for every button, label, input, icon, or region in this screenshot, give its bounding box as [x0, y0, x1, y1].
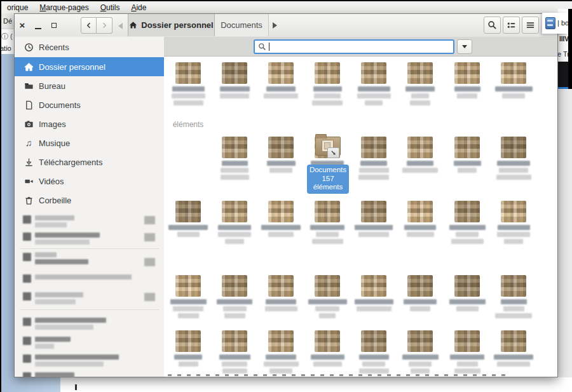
- search-options-dropdown[interactable]: [457, 39, 472, 54]
- menu-historique[interactable]: orique: [1, 3, 34, 12]
- list-view-icon: [507, 20, 516, 30]
- folder-icon: [454, 275, 480, 297]
- eject-button[interactable]: [144, 216, 155, 224]
- sidebar-item-redacted[interactable]: [15, 215, 164, 231]
- redacted-icon: [23, 318, 31, 326]
- download-icon: [24, 157, 34, 167]
- folder-icon: [407, 201, 433, 222]
- sidebar-item-musique[interactable]: ♫ Musique: [15, 133, 164, 152]
- sidebar-item-redacted[interactable]: [15, 336, 164, 353]
- url-fragment: atio: [0, 44, 11, 52]
- folder-icon: [454, 330, 480, 352]
- view-list-button[interactable]: [503, 17, 520, 34]
- folder-icon: [222, 275, 247, 297]
- sidebar-item-documents[interactable]: Documents: [15, 95, 164, 114]
- sidebar-item-dossier-personnel[interactable]: Dossier personnel: [15, 57, 164, 76]
- eject-button[interactable]: [144, 293, 155, 301]
- folder-icon: [268, 137, 294, 158]
- redacted-icon: [23, 215, 31, 224]
- forward-button[interactable]: [97, 17, 112, 34]
- folder-icon: [361, 275, 386, 297]
- redacted-icon: [23, 337, 31, 345]
- chevron-left-icon: [85, 22, 93, 29]
- sidebar-item-redacted[interactable]: [15, 292, 164, 308]
- redacted-icon: [23, 292, 31, 301]
- maximize-button[interactable]: [51, 23, 57, 28]
- folder-icon: [501, 330, 526, 352]
- sidebar-item-redacted[interactable]: [15, 274, 164, 290]
- folder-icon: [222, 201, 247, 222]
- menu-aide[interactable]: Aide: [125, 3, 152, 12]
- clock-icon: [24, 42, 34, 52]
- sidebar-item-redacted[interactable]: [15, 354, 164, 370]
- chevron-right-icon: [100, 22, 108, 29]
- folder-icon: [175, 201, 201, 222]
- sidebar-item-redacted[interactable]: [15, 317, 164, 334]
- tab-scroll-right-button[interactable]: [273, 22, 277, 29]
- sidebar-label: Images: [39, 119, 66, 129]
- folder-icon: [315, 62, 340, 84]
- file-grid: Documents 157 éléments éléments: [164, 57, 557, 377]
- folder-icon: [501, 275, 526, 297]
- minimize-button[interactable]: [35, 28, 41, 29]
- tab-scroll-left-button[interactable]: [118, 23, 123, 29]
- archive-icon[interactable]: [545, 17, 555, 29]
- folder-icon: [361, 201, 386, 222]
- tab-dossier-personnel[interactable]: Dossier personnel: [128, 14, 215, 36]
- folder-icon: [315, 330, 340, 352]
- music-icon: ♫: [24, 138, 34, 148]
- eject-button[interactable]: [144, 233, 155, 241]
- tab-documents[interactable]: Documents: [215, 14, 269, 36]
- sidebar-label: Bureau: [39, 81, 65, 91]
- sidebar-item-bureau[interactable]: Bureau: [15, 76, 164, 95]
- info-icon[interactable]: ⓘ (: [1, 32, 13, 41]
- redacted-icon: [23, 372, 31, 377]
- eject-button[interactable]: [144, 258, 155, 266]
- redacted-icon: [23, 253, 31, 261]
- cutoff-row-text: [168, 374, 506, 376]
- menu-outils[interactable]: Outils: [95, 3, 126, 12]
- folder-icon: [222, 62, 247, 84]
- tab-label: Documents: [221, 20, 262, 30]
- sidebar-item-redacted[interactable]: [15, 372, 164, 377]
- folder-icon: [361, 330, 386, 352]
- redacted-icon: [23, 233, 31, 241]
- back-button[interactable]: [81, 17, 97, 34]
- camera-icon: [24, 119, 34, 129]
- video-icon: [24, 176, 34, 186]
- folder-icon: [454, 137, 480, 158]
- sidebar-item-videos[interactable]: Vidéos: [15, 172, 164, 191]
- sidebar-label: Vidéos: [39, 177, 64, 186]
- folder-icon: [361, 137, 386, 158]
- menu-button[interactable]: [522, 17, 539, 34]
- text-cursor: [269, 43, 269, 51]
- hamburger-icon: [526, 20, 535, 30]
- bookmark-item-cut[interactable]: Dé: [3, 17, 12, 25]
- sidebar-item-telechargements[interactable]: Téléchargements: [15, 152, 164, 172]
- search-input[interactable]: [254, 39, 454, 54]
- sidebar-label: Corbeille: [39, 196, 71, 205]
- folder-icon: [175, 275, 201, 297]
- sidebar-item-redacted[interactable]: [15, 232, 164, 248]
- close-button[interactable]: ×: [17, 14, 28, 37]
- folder-icon: [268, 275, 294, 297]
- site-body-cut: [558, 89, 572, 377]
- sidebar-item-images[interactable]: Images: [15, 114, 164, 133]
- bookmark-text-cut: | bo: [557, 19, 569, 27]
- firefox-menubar: orique Marque-pages Outils Aide: [1, 1, 572, 14]
- folder-icon: [407, 330, 433, 352]
- search-button[interactable]: [484, 17, 501, 34]
- folder-icon: [361, 62, 386, 84]
- folder-icon: [222, 137, 247, 158]
- sidebar-item-redacted[interactable]: [15, 252, 164, 269]
- folder-icon: [268, 201, 294, 222]
- sidebar-item-corbeille[interactable]: Corbeille: [15, 191, 164, 210]
- home-icon: [129, 21, 137, 29]
- sidebar-item-recents[interactable]: Récents: [15, 37, 164, 57]
- redacted-icon: [23, 355, 31, 363]
- folder-icon: [222, 330, 247, 352]
- search-icon: [487, 20, 497, 30]
- folder-icon: [407, 137, 433, 158]
- menu-marque-pages[interactable]: Marque-pages: [34, 3, 94, 12]
- sidebar: Récents Dossier personnel Bureau Documen…: [15, 37, 165, 377]
